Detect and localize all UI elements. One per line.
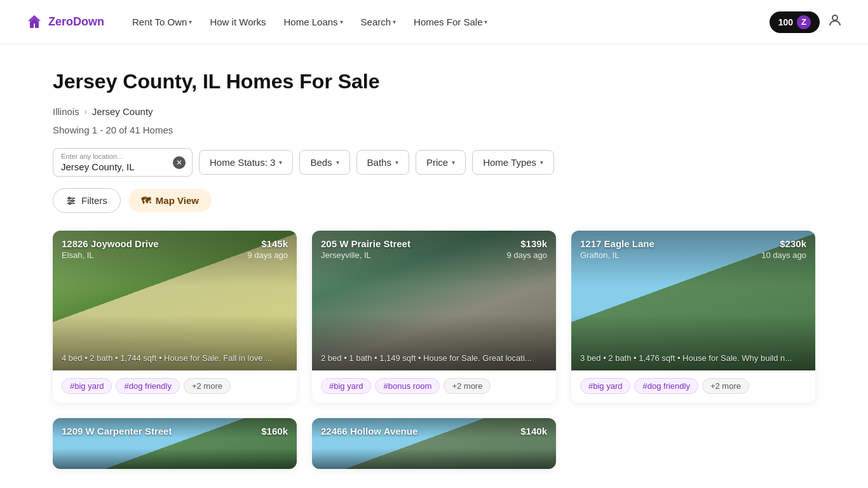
listing-city-3: Grafton, IL <box>580 250 654 260</box>
listing-address-4: 1209 W Carpenter Street <box>62 426 172 437</box>
tag: #big yard <box>62 378 112 394</box>
listing-tags-3: #big yard #dog friendly +2 more <box>571 370 815 403</box>
tag: #dog friendly <box>634 378 698 394</box>
breadcrumb-current: Jersey County <box>92 106 153 117</box>
z-icon: Z <box>797 15 811 29</box>
chevron-down-icon: ▾ <box>279 159 282 166</box>
listing-tags-2: #big yard #bonus room +2 more <box>312 370 556 403</box>
chevron-down-icon: ▾ <box>484 18 487 25</box>
main-content: Jersey County, IL Homes For Sale Illinoi… <box>27 44 841 488</box>
nav-search[interactable]: Search ▾ <box>353 11 404 32</box>
map-icon: 🗺 <box>141 195 151 206</box>
listing-tags-1: #big yard #dog friendly +2 more <box>53 370 297 403</box>
location-filter[interactable]: Enter any location... Jersey County, IL … <box>53 148 193 177</box>
tag: #bonus room <box>375 378 440 394</box>
listing-card-4[interactable]: 1209 W Carpenter Street $160k <box>53 418 297 469</box>
listing-address-5: 22466 Hollow Avenue <box>321 426 417 437</box>
filters-button[interactable]: Filters <box>53 188 121 213</box>
chevron-down-icon: ▾ <box>340 18 343 25</box>
points-badge[interactable]: 100 Z <box>770 11 820 33</box>
listing-price-3: $230k <box>761 238 806 249</box>
logo-icon <box>25 13 43 31</box>
price-filter[interactable]: Price ▾ <box>416 150 466 175</box>
filter-row: Enter any location... Jersey County, IL … <box>53 148 815 177</box>
logo-text: ZeroDown <box>48 15 104 29</box>
listing-city-2: Jerseyville, IL <box>321 250 410 260</box>
listing-address-2: 205 W Prairie Street <box>321 238 410 249</box>
filter-icon <box>66 196 76 206</box>
listing-card-1[interactable]: 12826 Joywood Drive Elsah, IL $145k 9 da… <box>53 231 297 403</box>
listing-days-1: 9 days ago <box>247 250 288 260</box>
svg-point-0 <box>832 15 837 20</box>
chevron-down-icon: ▾ <box>540 159 543 166</box>
tag-more: +2 more <box>702 378 749 394</box>
result-count: Showing 1 - 20 of 41 Homes <box>53 125 815 135</box>
home-status-filter[interactable]: Home Status: 3 ▾ <box>199 150 293 175</box>
listings-grid: 12826 Joywood Drive Elsah, IL $145k 9 da… <box>53 231 815 403</box>
nav-links: Rent To Own ▾ How it Works Home Loans ▾ … <box>125 11 770 32</box>
listing-price-5: $140k <box>520 426 547 437</box>
listing-card-5[interactable]: 22466 Hollow Avenue $140k <box>312 418 556 469</box>
svg-point-4 <box>69 197 71 199</box>
listing-days-2: 9 days ago <box>506 250 547 260</box>
listing-days-3: 10 days ago <box>761 250 806 260</box>
baths-filter[interactable]: Baths ▾ <box>356 150 409 175</box>
tag-more: +2 more <box>444 378 491 394</box>
chevron-down-icon: ▾ <box>189 18 192 25</box>
chevron-down-icon: ▾ <box>336 159 339 166</box>
nav-right: 100 Z <box>770 11 843 33</box>
breadcrumb-parent[interactable]: Illinois <box>53 106 79 117</box>
location-value: Jersey County, IL <box>61 161 150 172</box>
listing-card-2[interactable]: 205 W Prairie Street Jerseyville, IL $13… <box>312 231 556 403</box>
navbar: ZeroDown Rent To Own ▾ How it Works Home… <box>0 0 868 44</box>
nav-home-loans[interactable]: Home Loans ▾ <box>276 11 351 32</box>
listing-address-3: 1217 Eagle Lane <box>580 238 654 249</box>
listing-card-3[interactable]: 1217 Eagle Lane Grafton, IL $230k 10 day… <box>571 231 815 403</box>
listing-price-2: $139k <box>506 238 547 249</box>
listing-price-4: $160k <box>261 426 288 437</box>
breadcrumb-separator: › <box>85 107 87 116</box>
logo-link[interactable]: ZeroDown <box>25 13 104 31</box>
map-view-button[interactable]: 🗺 Map View <box>128 189 212 212</box>
tag: #big yard <box>321 378 371 394</box>
beds-filter[interactable]: Beds ▾ <box>299 150 349 175</box>
clear-location-button[interactable]: ✕ <box>173 156 186 169</box>
nav-how-it-works[interactable]: How it Works <box>202 11 273 32</box>
chevron-down-icon: ▾ <box>393 18 396 25</box>
svg-point-5 <box>72 200 74 201</box>
tag: #dog friendly <box>116 378 179 394</box>
listing-city-1: Elsah, IL <box>62 250 159 260</box>
tag-more: +2 more <box>184 378 231 394</box>
chevron-down-icon: ▾ <box>452 159 455 166</box>
listing-desc-1: 4 bed • 2 bath • 1,744 sqft • House for … <box>62 353 288 363</box>
nav-homes-for-sale[interactable]: Homes For Sale ▾ <box>406 11 495 32</box>
nav-rent-to-own[interactable]: Rent To Own ▾ <box>125 11 200 32</box>
home-types-filter[interactable]: Home Types ▾ <box>472 150 554 175</box>
listing-desc-3: 3 bed • 2 bath • 1,476 sqft • House for … <box>580 353 806 363</box>
svg-point-6 <box>69 202 71 204</box>
chevron-down-icon: ▾ <box>395 159 398 166</box>
user-icon[interactable] <box>827 13 843 32</box>
location-label: Enter any location... <box>61 152 123 160</box>
page-title: Jersey County, IL Homes For Sale <box>53 70 815 93</box>
action-row: Filters 🗺 Map View <box>53 188 815 213</box>
breadcrumb: Illinois › Jersey County <box>53 106 815 117</box>
listing-price-1: $145k <box>247 238 288 249</box>
tag: #big yard <box>580 378 630 394</box>
listing-address-1: 12826 Joywood Drive <box>62 238 159 249</box>
listing-desc-2: 2 bed • 1 bath • 1,149 sqft • House for … <box>321 353 547 363</box>
listings-grid-bottom: 1209 W Carpenter Street $160k 22466 Holl… <box>53 418 815 469</box>
